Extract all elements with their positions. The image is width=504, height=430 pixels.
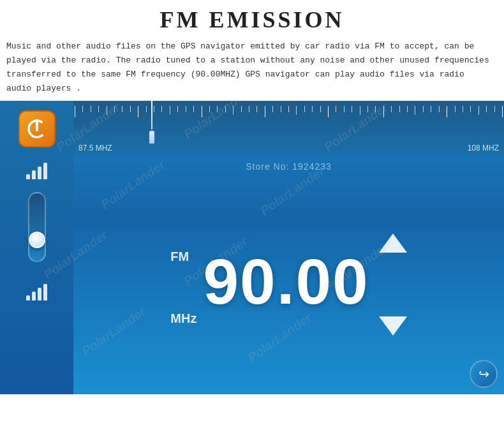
- tick: [296, 106, 297, 115]
- tick: [217, 106, 218, 112]
- tick: [375, 106, 376, 112]
- signal-bar-1: [26, 174, 30, 179]
- tick: [209, 106, 210, 112]
- tick-container: [73, 106, 504, 117]
- tick: [360, 106, 360, 115]
- tick: [463, 106, 463, 112]
- tick: [304, 106, 305, 112]
- tick: [502, 106, 503, 117]
- tick: [138, 106, 138, 117]
- tick: [98, 106, 99, 112]
- power-icon: [26, 117, 48, 140]
- store-number: Store No: 1924233: [73, 155, 504, 174]
- tick: [470, 106, 471, 112]
- tick: [233, 106, 233, 115]
- frequency-display: FM MHz 90.00: [73, 174, 504, 394]
- power-button[interactable]: [19, 110, 56, 147]
- tick: [486, 106, 487, 112]
- signal-bar-b4: [43, 284, 47, 300]
- frequency-up-button[interactable]: [379, 234, 407, 253]
- tick: [431, 106, 431, 112]
- tick: [439, 106, 440, 112]
- header-section: FM EMISSION Music and other audio files …: [0, 0, 504, 101]
- signal-bar-3: [38, 167, 41, 179]
- tick: [177, 106, 178, 112]
- volume-track: [28, 192, 46, 262]
- tick: [161, 106, 162, 112]
- freq-max-label: 108 MHZ: [468, 144, 499, 152]
- tick: [265, 106, 265, 117]
- scale-ticks: [73, 106, 504, 131]
- page-title: FM EMISSION: [6, 6, 498, 33]
- tick: [272, 106, 273, 112]
- tick: [193, 106, 194, 112]
- tick: [154, 106, 154, 112]
- signal-icon-bottom: [26, 281, 47, 300]
- tick: [186, 106, 186, 112]
- tick: [344, 106, 345, 112]
- unit-column: FM MHz: [170, 249, 203, 326]
- tick: [107, 106, 107, 115]
- back-icon: ↩: [478, 366, 489, 382]
- frequency-value: 90.00: [203, 249, 369, 313]
- volume-slider[interactable]: [28, 192, 46, 262]
- tick: [352, 106, 352, 112]
- arrows-column: [369, 234, 407, 336]
- tick: [146, 106, 147, 112]
- tick: [241, 106, 242, 112]
- signal-bar-b1: [26, 295, 30, 300]
- tick: [399, 106, 400, 112]
- tick: [225, 106, 226, 112]
- signal-bar-2: [32, 170, 36, 179]
- frequency-scale: 87.5 MHZ 108 MHZ: [73, 101, 504, 155]
- signal-bar-b2: [32, 292, 36, 300]
- radio-ui: PolarLander PolarLander PolarLander Pola…: [0, 101, 504, 394]
- tick: [288, 106, 289, 112]
- tick: [122, 106, 122, 112]
- tick: [312, 106, 313, 112]
- frequency-labels: 87.5 MHZ 108 MHZ: [73, 144, 504, 152]
- tick: [423, 106, 424, 112]
- radio-main: 87.5 MHZ 108 MHZ Store No: 1924233 FM MH…: [73, 101, 504, 394]
- freq-min-label: 87.5 MHZ: [78, 144, 112, 152]
- needle-indicator: [149, 131, 154, 144]
- tick: [367, 106, 368, 112]
- signal-bar-4: [43, 163, 47, 179]
- tick: [91, 106, 91, 112]
- tick: [328, 106, 329, 117]
- tick: [170, 106, 170, 115]
- signal-bar-b3: [38, 288, 41, 300]
- tick: [494, 106, 495, 112]
- tick: [336, 106, 336, 112]
- left-sidebar: [0, 101, 73, 394]
- tick: [130, 106, 131, 112]
- tick: [256, 106, 257, 112]
- tick: [320, 106, 321, 112]
- tick: [114, 106, 115, 112]
- tick: [478, 106, 479, 115]
- tick: [383, 106, 384, 117]
- tick: [455, 106, 456, 112]
- volume-knob[interactable]: [29, 232, 45, 248]
- tick: [391, 106, 392, 112]
- tick: [415, 106, 415, 115]
- mhz-label: MHz: [170, 311, 196, 326]
- tick: [281, 106, 281, 112]
- tick: [202, 106, 202, 117]
- tick: [75, 106, 75, 117]
- fm-label: FM: [170, 249, 189, 264]
- description-text: Music and other audio files on the GPS n…: [6, 40, 498, 96]
- needle-line: [151, 101, 152, 130]
- tick: [82, 106, 83, 112]
- signal-icon-top: [26, 160, 47, 179]
- tick: [447, 106, 447, 117]
- tick: [407, 106, 408, 112]
- frequency-down-button[interactable]: [379, 316, 407, 336]
- tick: [249, 106, 249, 112]
